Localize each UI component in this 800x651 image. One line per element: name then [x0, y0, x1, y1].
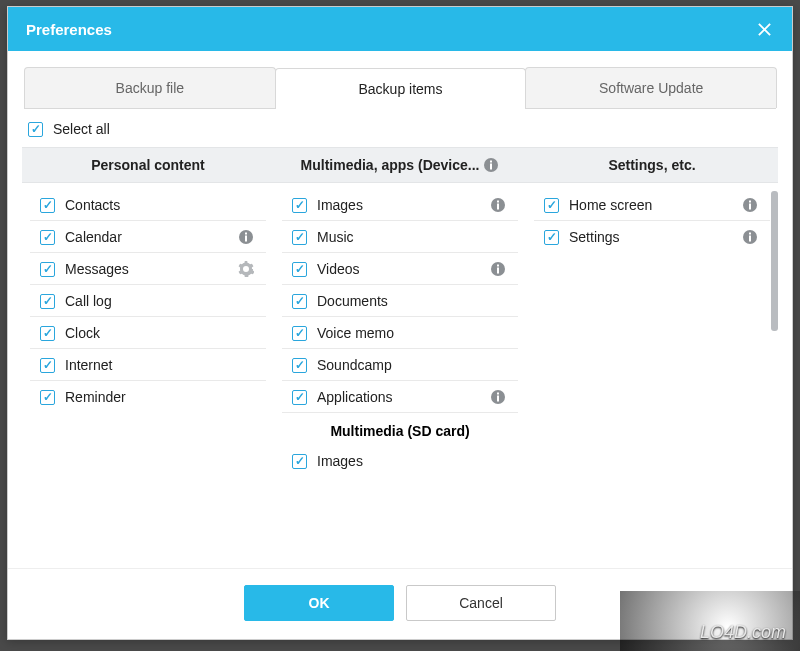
- checkbox[interactable]: [40, 390, 55, 405]
- item-videos[interactable]: Videos: [282, 253, 518, 285]
- info-icon[interactable]: [490, 261, 506, 277]
- svg-rect-20: [749, 236, 751, 242]
- header-personal-content: Personal content: [22, 148, 274, 182]
- checkbox[interactable]: [292, 294, 307, 309]
- svg-rect-1: [490, 161, 492, 163]
- svg-rect-7: [497, 201, 499, 203]
- svg-rect-8: [497, 204, 499, 210]
- svg-rect-16: [749, 201, 751, 203]
- svg-rect-17: [749, 204, 751, 210]
- checkbox[interactable]: [292, 326, 307, 341]
- checkbox[interactable]: [544, 198, 559, 213]
- item-settings[interactable]: Settings: [534, 221, 770, 252]
- col-personal: Contacts Calendar Messages Call log: [22, 183, 274, 568]
- tab-software-update[interactable]: Software Update: [525, 67, 777, 108]
- tab-backup-items[interactable]: Backup items: [275, 68, 527, 109]
- checkbox[interactable]: [40, 262, 55, 277]
- checkbox[interactable]: [292, 262, 307, 277]
- item-images[interactable]: Images: [282, 189, 518, 221]
- tabs: Backup file Backup items Software Update: [24, 67, 776, 109]
- checkbox[interactable]: [40, 230, 55, 245]
- checkbox[interactable]: [292, 390, 307, 405]
- checkbox[interactable]: [40, 358, 55, 373]
- checkbox[interactable]: [40, 198, 55, 213]
- gear-icon[interactable]: [238, 261, 254, 277]
- checkbox[interactable]: [40, 294, 55, 309]
- checkbox[interactable]: [292, 454, 307, 469]
- item-messages[interactable]: Messages: [30, 253, 266, 285]
- header-multimedia-apps: Multimedia, apps (Device...: [274, 148, 526, 182]
- info-icon[interactable]: [238, 229, 254, 245]
- checkbox[interactable]: [292, 230, 307, 245]
- close-icon: [757, 22, 772, 37]
- subheader-sd-card: Multimedia (SD card): [274, 413, 526, 445]
- info-icon[interactable]: [483, 157, 499, 173]
- item-documents[interactable]: Documents: [282, 285, 518, 317]
- item-call-log[interactable]: Call log: [30, 285, 266, 317]
- item-voice-memo[interactable]: Voice memo: [282, 317, 518, 349]
- item-applications[interactable]: Applications: [282, 381, 518, 413]
- info-icon[interactable]: [742, 197, 758, 213]
- checkbox[interactable]: [292, 198, 307, 213]
- checkbox[interactable]: [40, 326, 55, 341]
- item-music[interactable]: Music: [282, 221, 518, 253]
- svg-rect-13: [497, 393, 499, 395]
- col-settings: Home screen Settings: [526, 183, 778, 568]
- item-home-screen[interactable]: Home screen: [534, 189, 770, 221]
- header-settings-etc: Settings, etc.: [526, 148, 778, 182]
- col-multimedia: Images Music Videos Documents: [274, 183, 526, 568]
- item-reminder[interactable]: Reminder: [30, 381, 266, 412]
- tab-backup-file[interactable]: Backup file: [24, 67, 276, 108]
- svg-rect-2: [490, 164, 492, 170]
- body: Backup file Backup items Software Update…: [8, 51, 792, 568]
- select-all-checkbox[interactable]: [28, 122, 43, 137]
- item-calendar[interactable]: Calendar: [30, 221, 266, 253]
- footer: OK Cancel: [8, 568, 792, 639]
- checkbox[interactable]: [544, 230, 559, 245]
- svg-rect-19: [749, 233, 751, 235]
- info-icon[interactable]: [490, 389, 506, 405]
- select-all-row[interactable]: Select all: [22, 109, 778, 147]
- checkbox[interactable]: [292, 358, 307, 373]
- item-sd-images[interactable]: Images: [282, 445, 518, 476]
- svg-rect-5: [245, 236, 247, 242]
- info-icon[interactable]: [742, 229, 758, 245]
- ok-button[interactable]: OK: [244, 585, 394, 621]
- svg-rect-10: [497, 265, 499, 267]
- item-contacts[interactable]: Contacts: [30, 189, 266, 221]
- cancel-button[interactable]: Cancel: [406, 585, 556, 621]
- svg-rect-4: [245, 233, 247, 235]
- window-title: Preferences: [26, 21, 112, 38]
- item-soundcamp[interactable]: Soundcamp: [282, 349, 518, 381]
- select-all-label: Select all: [53, 121, 110, 137]
- item-clock[interactable]: Clock: [30, 317, 266, 349]
- info-icon[interactable]: [490, 197, 506, 213]
- item-internet[interactable]: Internet: [30, 349, 266, 381]
- svg-rect-11: [497, 268, 499, 274]
- close-button[interactable]: [752, 17, 776, 41]
- column-headers: Personal content Multimedia, apps (Devic…: [22, 147, 778, 183]
- titlebar: Preferences: [8, 7, 792, 51]
- preferences-window: Preferences Backup file Backup items Sof…: [7, 6, 793, 640]
- columns-body: Contacts Calendar Messages Call log: [22, 183, 778, 568]
- svg-rect-14: [497, 396, 499, 402]
